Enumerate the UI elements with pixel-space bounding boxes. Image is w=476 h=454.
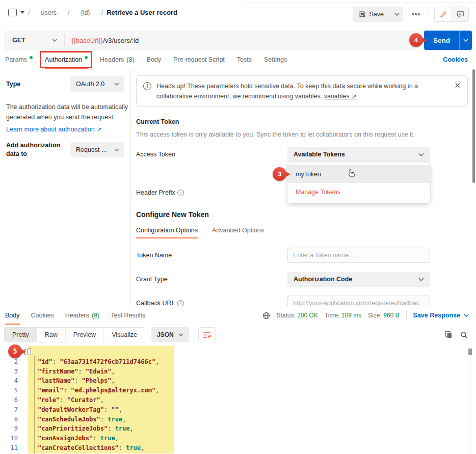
tab-advanced-options[interactable]: Advanced Options: [212, 227, 264, 238]
line-number: 6: [0, 395, 23, 405]
divider: [406, 310, 407, 321]
scrollbar-thumb[interactable]: [472, 69, 475, 183]
view-tab-pretty[interactable]: Pretty: [5, 328, 37, 342]
save-button[interactable]: Save: [353, 7, 390, 22]
breadcrumb: / users / {id} / Retrieve a User record: [8, 7, 177, 16]
breadcrumb-separator: /: [101, 9, 103, 16]
save-options-button[interactable]: [390, 7, 403, 22]
sensitive-data-alert: ! Heads up! These parameters hold sensit…: [136, 75, 468, 107]
breadcrumb-subfolder[interactable]: {id}: [73, 9, 98, 16]
learn-more-link[interactable]: Learn more about authorization ↗: [6, 125, 102, 133]
send-button[interactable]: Send: [424, 31, 459, 50]
method-select[interactable]: GET: [4, 37, 64, 44]
annotation-step-3: 3: [273, 167, 286, 181]
tab-pre-request-script[interactable]: Pre-request Script: [173, 50, 225, 69]
auth-type-select[interactable]: OAuth 2.0: [70, 76, 124, 92]
grant-type-label: Grant Type: [136, 276, 287, 283]
info-icon: i: [177, 300, 184, 306]
url-box: GET {{baseUrl}}/v3/users/:id: [4, 31, 420, 50]
response-panel: BodyCookiesHeaders(9)Test Results Status…: [0, 306, 476, 453]
request-title: Retrieve a User record: [107, 9, 177, 16]
chevron-down-icon: [418, 278, 424, 281]
cookies-link[interactable]: Cookies: [443, 50, 468, 69]
variables-link[interactable]: variables ↗: [324, 93, 357, 100]
annotation-step-5: 5: [8, 344, 22, 358]
view-tab-visualize[interactable]: Visualize: [103, 328, 145, 342]
tab-configuration-options[interactable]: Configuration Options: [136, 227, 198, 238]
request-icon[interactable]: [8, 9, 17, 16]
request-tabs: ParamsAuthorizationHeaders(8)BodyPre-req…: [0, 50, 476, 69]
copy-button[interactable]: [444, 331, 453, 339]
response-tab-cookies[interactable]: Cookies: [31, 306, 54, 325]
auth-sidebar: Type OAuth 2.0 The authorization data wi…: [0, 69, 131, 306]
save-button-group: Save: [353, 7, 404, 22]
breadcrumb-separator: /: [28, 9, 30, 16]
grant-type-select[interactable]: Authorization Code: [287, 272, 430, 287]
line-number: 2: [0, 357, 23, 367]
wrap-lines-button[interactable]: [198, 327, 216, 342]
code-line: 2 "id": "63aa731f472f6cb711d7466c",: [0, 357, 476, 367]
scrollbar-thumb[interactable]: [468, 349, 472, 355]
tab-body[interactable]: Body: [147, 50, 162, 69]
hand-cursor-icon: [348, 169, 356, 178]
chevron-down-icon: [114, 83, 119, 86]
chevron-down-icon: [394, 13, 400, 16]
chevron-down-icon: [418, 153, 424, 156]
line-number: 10: [0, 434, 23, 443]
divider: [429, 9, 429, 19]
view-tab-preview[interactable]: Preview: [65, 328, 103, 342]
code-line: 7 "defaultWorkerTag": "",: [0, 405, 476, 415]
tab-settings[interactable]: Settings: [264, 50, 287, 69]
send-options-button[interactable]: [459, 31, 472, 50]
url-input[interactable]: {{baseUrl}}/v3/users/:id: [65, 37, 139, 44]
dropdown-item-manage-tokens[interactable]: Manage Tokens: [287, 183, 430, 201]
copy-icon: [444, 331, 453, 339]
save-response-button[interactable]: Save Response: [413, 312, 469, 319]
scrollbar-track[interactable]: [470, 348, 470, 453]
access-token-label: Access Token: [136, 151, 287, 158]
dropdown-item-mytoken[interactable]: myToken: [287, 165, 430, 183]
auth-main: ! Heads up! These parameters hold sensit…: [131, 69, 476, 306]
mode-toggle-group: [434, 7, 469, 22]
code-line: 6 "role": "Curator",: [0, 395, 476, 405]
code-line: 3 "firstName": "Edwin",: [0, 367, 476, 377]
response-tab-headers[interactable]: Headers(9): [65, 306, 100, 325]
chevron-down-icon: [463, 39, 468, 42]
tab-headers[interactable]: Headers(8): [100, 50, 135, 69]
header-prefix-label: Header Prefixi: [136, 189, 287, 196]
more-options-button[interactable]: [408, 7, 424, 22]
search-icon: [460, 331, 468, 339]
tab-count: (8): [126, 56, 134, 63]
tab-count: (9): [92, 312, 99, 319]
tab-params[interactable]: Params: [5, 50, 33, 69]
auth-description: The authorization data will be automatic…: [6, 102, 129, 122]
breadcrumb-folder[interactable]: users: [33, 9, 64, 16]
chevron-down-icon: [52, 39, 57, 42]
postman-app: / users / {id} / Retrieve a User record …: [0, 0, 476, 454]
code-line: 4 "lastName": "Phelps",: [0, 376, 476, 386]
tab-authorization[interactable]: Authorization: [45, 50, 88, 69]
comment-button[interactable]: [452, 7, 468, 21]
format-select[interactable]: JSON: [151, 327, 189, 342]
search-button[interactable]: [460, 331, 468, 339]
close-icon[interactable]: ✕: [454, 82, 461, 89]
line-number: 7: [0, 405, 23, 415]
view-tab-raw[interactable]: Raw: [37, 328, 65, 342]
line-number: 3: [0, 367, 23, 377]
dropdown-caret-icon[interactable]: [20, 11, 24, 14]
modified-dot-icon: [30, 56, 33, 59]
line-number: 4: [0, 376, 23, 386]
token-name-input[interactable]: [287, 248, 430, 263]
current-token-title: Current Token: [136, 118, 468, 125]
token-dropdown: myToken Manage Tokens: [287, 163, 430, 203]
callback-url-input[interactable]: [287, 296, 430, 306]
response-tab-body[interactable]: Body: [5, 306, 20, 325]
modified-dot-icon: [85, 56, 88, 59]
tab-tests[interactable]: Tests: [237, 50, 252, 69]
response-tab-test-results[interactable]: Test Results: [111, 306, 145, 325]
edit-mode-button[interactable]: [435, 7, 452, 21]
edit-icon: [440, 11, 447, 18]
chevron-down-icon: [114, 148, 119, 151]
add-auth-select[interactable]: Request ...: [70, 142, 124, 157]
access-token-select[interactable]: Available Tokens: [287, 147, 430, 162]
